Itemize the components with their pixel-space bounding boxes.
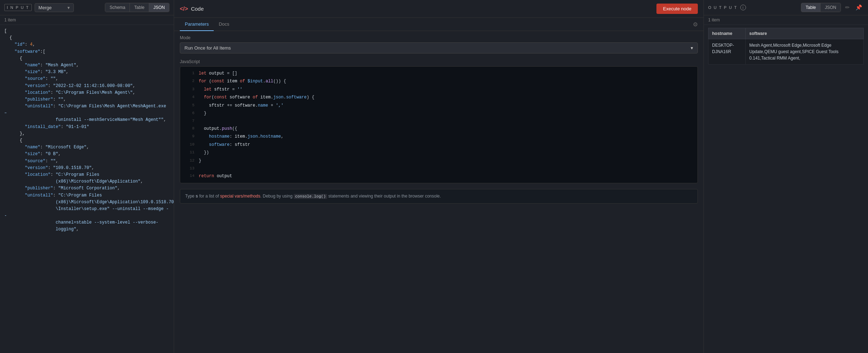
- table-button[interactable]: Table: [801, 3, 821, 12]
- code-line-13: 13: [180, 165, 697, 172]
- code-icon: </>: [180, 6, 188, 12]
- code-line-7: 7: [180, 117, 697, 125]
- gear-icon[interactable]: ⚙: [693, 21, 698, 28]
- json-button[interactable]: JSON: [821, 3, 841, 12]
- chevron-down-icon: ▾: [691, 45, 693, 51]
- tab-docs[interactable]: Docs: [214, 18, 234, 31]
- edit-icon[interactable]: ✏: [844, 3, 851, 12]
- code-line-6: 6 }: [180, 109, 697, 117]
- tabs-bar: Parameters Docs ⚙: [174, 18, 704, 31]
- mode-label: Mode: [180, 35, 698, 40]
- schema-button[interactable]: Schema: [105, 3, 130, 12]
- col-header-hostname: hostname: [709, 28, 746, 39]
- code-line-3: 3 let sftstr = '': [180, 86, 697, 93]
- table-button[interactable]: Table: [130, 3, 149, 12]
- right-header: O U T P U T i Table JSON ✏ 📌: [704, 0, 868, 15]
- code-line-14: 14 return output: [180, 172, 697, 180]
- cell-software: Mesh Agent,Microsoft Edge,Microsoft Edge…: [746, 39, 864, 65]
- left-header: I N P U T Merge ▾ Schema Table JSON: [0, 0, 174, 15]
- table-row: DESKTOP-DJNA16R Mesh Agent,Microsoft Edg…: [709, 39, 864, 65]
- pin-icon[interactable]: 📌: [854, 3, 864, 12]
- middle-panel: </> Code Execute node Parameters Docs ⚙ …: [174, 0, 704, 353]
- middle-title: Code: [191, 6, 204, 12]
- code-section: JavaScript 1 let output = [] 2 for (cons…: [174, 56, 704, 186]
- code-line-10: 10 software: sftstr: [180, 141, 697, 149]
- chevron-down-icon: ▾: [67, 5, 70, 10]
- output-badge: O U T P U T: [708, 5, 737, 10]
- merge-select[interactable]: Merge ▾: [35, 3, 74, 12]
- code-line-5: 5 sftstr += software.name + ',': [180, 102, 697, 109]
- code-line-12: 12 }: [180, 157, 697, 165]
- input-badge: I N P U T: [4, 4, 32, 11]
- hint-box: Type s for a list of special vars/method…: [180, 189, 698, 204]
- info-icon[interactable]: i: [740, 5, 746, 10]
- table-header-row: hostname software: [709, 28, 864, 39]
- col-header-software: software: [746, 28, 864, 39]
- code-line-9: 9 hostname: item.json.hostname,: [180, 133, 697, 140]
- json-button[interactable]: JSON: [149, 3, 169, 12]
- mode-value: Run Once for All Items: [184, 45, 231, 51]
- left-item-count: 1 item: [0, 15, 174, 25]
- mode-section: Mode Run Once for All Items ▾: [174, 31, 704, 56]
- mode-select[interactable]: Run Once for All Items ▾: [180, 42, 698, 53]
- left-panel: I N P U T Merge ▾ Schema Table JSON 1 it…: [0, 0, 174, 353]
- output-table: hostname software DESKTOP-DJNA16R Mesh A…: [708, 28, 864, 65]
- output-table-container: hostname software DESKTOP-DJNA16R Mesh A…: [704, 25, 868, 353]
- code-line-8: 8 output.push({: [180, 125, 697, 133]
- cell-hostname: DESKTOP-DJNA16R: [709, 39, 746, 65]
- right-panel: O U T P U T i Table JSON ✏ 📌 1 item host…: [704, 0, 868, 353]
- left-json-content: [ { "id": 4, "software":[ { "name": "Mes…: [0, 25, 174, 353]
- tab-parameters[interactable]: Parameters: [180, 18, 214, 31]
- code-editor[interactable]: 1 let output = [] 2 for (const item of $…: [180, 66, 698, 183]
- right-item-count: 1 item: [704, 15, 868, 25]
- execute-button[interactable]: Execute node: [656, 4, 698, 14]
- left-view-toggle: Schema Table JSON: [105, 3, 169, 12]
- code-line-4: 4 for(const software of item.json.softwa…: [180, 93, 697, 101]
- code-line-1: 1 let output = []: [180, 70, 697, 77]
- code-language-label: JavaScript: [180, 59, 698, 64]
- code-line-11: 11 }): [180, 149, 697, 157]
- code-line-2: 2 for (const item of $input.all()) {: [180, 77, 697, 85]
- merge-label: Merge: [39, 5, 52, 10]
- right-view-toggle: Table JSON: [801, 3, 841, 12]
- middle-header: </> Code Execute node: [174, 0, 704, 18]
